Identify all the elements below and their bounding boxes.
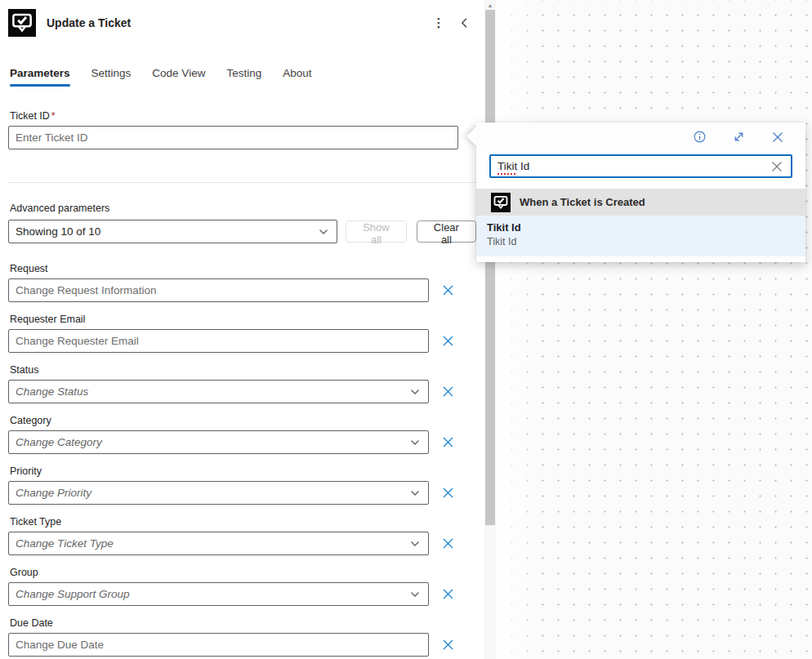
ticket-type-label: Ticket Type	[10, 516, 476, 528]
group-dismiss-icon[interactable]	[439, 586, 456, 603]
advanced-parameters-label: Advanced parameters	[10, 203, 476, 215]
priority-placeholder: Change Priority	[16, 487, 91, 499]
misspelled-word: Tikit	[497, 160, 517, 172]
more-options-icon[interactable]: ⋮	[429, 13, 448, 33]
scrollbar-up-icon[interactable]: ▲	[484, 0, 496, 10]
request-label: Request	[10, 263, 476, 275]
group-select[interactable]: Change Support Group	[8, 582, 429, 606]
divider	[8, 182, 476, 183]
status-placeholder: Change Status	[16, 385, 88, 398]
advanced-parameters-row: Showing 10 of 10 Show all Clear all	[8, 220, 476, 243]
category-placeholder: Change Category	[16, 436, 102, 448]
field-ticket-type: Ticket Type Change Ticket Type	[8, 516, 476, 555]
chevron-down-icon	[410, 439, 420, 446]
priority-select[interactable]: Change Priority	[8, 481, 429, 505]
dynamic-content-search-input[interactable]: Tikit Id	[489, 154, 792, 178]
required-asterisk: *	[51, 110, 56, 122]
clear-search-icon[interactable]	[770, 159, 784, 174]
tab-settings[interactable]: Settings	[91, 67, 132, 87]
field-ticket-id: Ticket ID*	[8, 110, 476, 149]
left-panel-scrollbar[interactable]: ▲	[484, 0, 496, 659]
chevron-down-icon	[410, 490, 420, 496]
status-dismiss-icon[interactable]	[439, 384, 456, 400]
tikit-app-icon	[8, 9, 36, 37]
tikit-trigger-icon	[491, 193, 511, 212]
dynamic-content-group-header: When a Ticket is Created	[476, 189, 805, 216]
ticket-type-placeholder: Change Ticket Type	[16, 537, 114, 550]
request-dismiss-icon[interactable]	[439, 283, 456, 299]
dynamic-content-item[interactable]: Tikit Id Tikit Id	[476, 216, 805, 256]
due-date-dismiss-icon[interactable]	[439, 637, 456, 653]
scrollbar-thumb[interactable]	[485, 10, 495, 525]
field-status: Status Change Status	[8, 364, 476, 403]
parameter-fields: Request Requester Email	[8, 263, 476, 657]
collapse-panel-icon[interactable]	[455, 13, 475, 33]
group-label: Group	[10, 567, 476, 579]
flyout-toolbar	[476, 122, 805, 151]
due-date-input[interactable]	[8, 633, 429, 657]
flyout-search-area: Tikit Id	[476, 151, 805, 189]
requester-email-dismiss-icon[interactable]	[439, 333, 456, 350]
field-group: Group Change Support Group	[8, 567, 476, 606]
page-title: Update a Ticket	[47, 16, 429, 29]
category-label: Category	[10, 415, 476, 427]
chevron-down-icon	[319, 229, 328, 235]
ticket-type-dismiss-icon[interactable]	[439, 536, 456, 552]
expand-icon[interactable]	[729, 127, 748, 147]
chevron-down-icon	[410, 591, 420, 598]
due-date-label: Due Date	[10, 617, 476, 630]
action-details-panel: Update a Ticket ⋮ Parameters Settings Co…	[0, 0, 484, 659]
group-header-title: When a Ticket is Created	[520, 196, 645, 208]
show-all-button[interactable]: Show all	[346, 220, 407, 243]
dynamic-content-flyout: Tikit Id When a Ticket is Created Tikit …	[476, 122, 805, 262]
item-subtitle: Tikit Id	[487, 236, 795, 248]
field-request: Request	[8, 263, 476, 302]
ticket-type-select[interactable]: Change Ticket Type	[8, 532, 429, 555]
close-icon[interactable]	[768, 127, 787, 147]
panel-tabs: Parameters Settings Code View Testing Ab…	[10, 67, 484, 87]
panel-body: Ticket ID* Advanced parameters Showing 1…	[0, 110, 484, 657]
clear-all-button[interactable]: Clear all	[417, 220, 476, 243]
status-select[interactable]: Change Status	[8, 380, 429, 403]
request-input[interactable]	[8, 278, 429, 302]
field-requester-email: Requester Email	[8, 314, 476, 353]
tab-parameters[interactable]: Parameters	[10, 67, 70, 87]
panel-header: Update a Ticket ⋮	[0, 0, 484, 39]
chevron-down-icon	[410, 389, 420, 395]
ticket-id-input[interactable]	[8, 126, 458, 149]
category-dismiss-icon[interactable]	[439, 434, 456, 451]
tab-about[interactable]: About	[283, 67, 311, 87]
ticket-id-label: Ticket ID*	[10, 110, 476, 122]
requester-email-input[interactable]	[8, 329, 429, 353]
item-title: Tikit Id	[487, 221, 795, 234]
group-placeholder: Change Support Group	[16, 588, 130, 600]
priority-dismiss-icon[interactable]	[439, 485, 456, 501]
field-priority: Priority Change Priority	[8, 465, 476, 505]
field-category: Category Change Category	[8, 415, 476, 454]
designer-window: ▲ Update a Ticket ⋮ Parameters Settings …	[0, 0, 812, 659]
field-due-date: Due Date	[8, 617, 476, 657]
search-value-rest: Id	[517, 160, 529, 172]
status-label: Status	[10, 364, 476, 376]
advanced-parameters-dropdown[interactable]: Showing 10 of 10	[8, 220, 337, 243]
tab-code-view[interactable]: Code View	[152, 67, 205, 87]
flow-canvas[interactable]	[496, 0, 812, 659]
tab-testing[interactable]: Testing	[226, 67, 261, 87]
ticket-id-label-text: Ticket ID	[10, 110, 50, 122]
chevron-down-icon	[410, 541, 420, 547]
category-select[interactable]: Change Category	[8, 430, 429, 454]
requester-email-label: Requester Email	[10, 314, 476, 326]
priority-label: Priority	[10, 465, 476, 478]
advanced-parameters-section: Advanced parameters Showing 10 of 10 Sho…	[8, 203, 476, 243]
search-input-value: Tikit Id	[497, 160, 770, 172]
advanced-dropdown-value: Showing 10 of 10	[16, 225, 100, 238]
info-icon[interactable]	[689, 127, 709, 147]
